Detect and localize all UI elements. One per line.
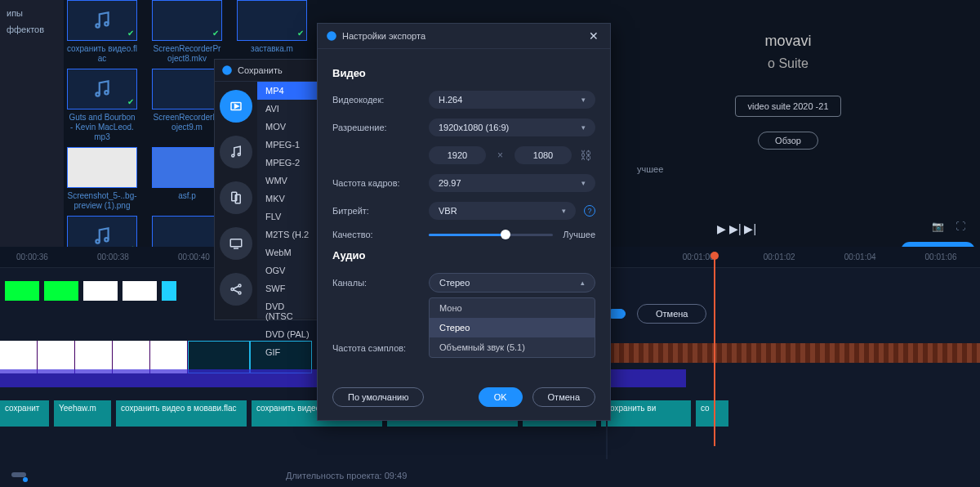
playhead[interactable] — [714, 257, 715, 446]
export-category-tabs — [215, 82, 257, 319]
audio-section-header: Аудио — [332, 249, 595, 261]
quality-slider[interactable] — [429, 234, 553, 236]
fps-select[interactable]: 29.97▾ — [429, 174, 595, 192]
output-path[interactable]: video suite 2020 -21 — [735, 96, 840, 117]
format-item[interactable]: MKV — [257, 190, 319, 208]
svg-point-9 — [232, 154, 234, 157]
video-tab[interactable] — [220, 90, 252, 123]
status-duration: Длительность проекта: 09:49 — [286, 471, 407, 480]
sidebar-label: ипы — [0, 5, 64, 21]
media-item[interactable]: ✔сохранить видео.flac — [67, 0, 137, 64]
svg-point-0 — [96, 24, 99, 27]
svg-point-2 — [96, 92, 99, 96]
channels-option[interactable]: Объемный звук (5.1) — [430, 337, 595, 357]
media-item[interactable]: Screenshot_5-..bg-preview (1).png — [67, 147, 137, 211]
timeline-quicknav[interactable] — [0, 275, 204, 307]
save-dialog-header: Сохранить — [215, 60, 319, 82]
format-item[interactable]: DVD (PAL) — [257, 325, 319, 343]
fps-label: Частота кадров: — [332, 178, 429, 188]
sidebar-label: ффектов — [0, 21, 64, 38]
ok-button[interactable]: OK — [479, 387, 523, 407]
devices-tab[interactable] — [220, 181, 252, 214]
svg-point-20 — [327, 31, 336, 41]
video-section-header: Видео — [332, 67, 595, 79]
browse-button[interactable]: Обзор — [758, 132, 818, 150]
check-icon: ✔ — [127, 29, 134, 38]
format-item[interactable]: M2TS (H.2 — [257, 226, 319, 244]
camera-icon[interactable]: 📷 — [932, 221, 944, 232]
media-item[interactable]: ✔ScreenRecorderProject8.mkv — [152, 0, 222, 64]
dialog-title: Настройки экспорта — [342, 31, 586, 41]
format-item[interactable]: WMV — [257, 172, 319, 190]
chevron-down-icon: ▾ — [581, 123, 586, 132]
music-icon — [91, 10, 113, 31]
times-icon: × — [497, 150, 503, 161]
format-item[interactable]: DVD (NTSC — [257, 297, 319, 325]
aspect-lock-icon[interactable]: ⛓ — [580, 149, 591, 162]
format-item[interactable]: WebM — [257, 244, 319, 261]
dialog-header: Настройки экспорта ✕ — [318, 24, 610, 49]
info-icon[interactable]: ? — [584, 205, 595, 217]
quality-label: Качество: — [332, 230, 429, 239]
format-item[interactable]: OGV — [257, 261, 319, 279]
media-item[interactable]: ✔Guts and Bourbon - Kevin MacLeod.mp3 — [67, 69, 137, 142]
height-input[interactable]: 1080 — [514, 146, 572, 164]
codec-label: Видеокодек: — [332, 95, 429, 105]
format-item[interactable]: FLV — [257, 208, 319, 226]
media-item[interactable]: ✔заставка.m — [237, 0, 307, 64]
media-item[interactable]: ScreenRecorderProject9.m — [152, 69, 222, 142]
close-icon[interactable]: ✕ — [586, 29, 602, 42]
cancel-button[interactable]: Отмена — [532, 387, 595, 407]
transport-controls[interactable]: ▶ ▶| ▶| — [717, 222, 756, 235]
svg-point-10 — [238, 154, 240, 156]
channels-option[interactable]: Моно — [430, 298, 595, 318]
svg-point-3 — [105, 91, 108, 94]
tv-tab[interactable] — [220, 227, 252, 260]
svg-point-17 — [238, 292, 241, 294]
media-item[interactable]: asf.p — [152, 147, 222, 211]
resolution-preset-select[interactable]: 1920x1080 (16:9)▾ — [429, 118, 595, 136]
svg-point-4 — [96, 239, 99, 243]
save-dialog: Сохранить MP4 AVI MOV MPEG-1 MPEG-2 WMV … — [214, 59, 320, 320]
preview-tools[interactable]: 📷 ⛶ — [932, 221, 965, 232]
codec-select[interactable]: H.264▾ — [429, 91, 595, 109]
svg-line-18 — [234, 286, 238, 288]
preview-panel: movavi o Suite video suite 2020 -21 Обзо… — [604, 33, 972, 174]
app-icon — [221, 65, 233, 76]
export-settings-dialog: Настройки экспорта ✕ Видео Видеокодек: H… — [317, 23, 611, 421]
width-input[interactable]: 1920 — [429, 146, 486, 164]
cancel-export-button[interactable]: Отмена — [637, 304, 706, 324]
format-item[interactable]: SWF — [257, 279, 319, 297]
resolution-label: Разрешение: — [332, 123, 429, 132]
format-item[interactable]: MPEG-1 — [257, 136, 319, 154]
svg-point-16 — [238, 284, 241, 287]
format-item[interactable]: MOV — [257, 118, 319, 136]
channels-dropdown-menu: Моно Стерео Объемный звук (5.1) — [429, 297, 595, 358]
bitrate-select[interactable]: VBR▾ — [429, 202, 576, 220]
channels-label: Каналы: — [332, 278, 429, 288]
format-item[interactable]: MP4 — [257, 82, 319, 100]
timeline-scrollbar[interactable] — [11, 472, 60, 477]
defaults-button[interactable]: По умолчанию — [332, 387, 424, 407]
format-list: MP4 AVI MOV MPEG-1 MPEG-2 WMV MKV FLV M2… — [257, 82, 319, 319]
channels-select[interactable]: Стерео ▴ — [429, 273, 595, 293]
chevron-down-icon: ▾ — [562, 207, 566, 215]
audio-tab[interactable] — [220, 136, 252, 168]
check-icon: ✔ — [297, 29, 304, 38]
fullscreen-icon[interactable]: ⛶ — [956, 221, 965, 232]
filmstrip[interactable] — [609, 343, 980, 363]
channels-option[interactable]: Стерео — [430, 318, 595, 337]
svg-point-5 — [105, 238, 108, 241]
format-item[interactable]: MPEG-2 — [257, 154, 319, 172]
share-tab[interactable] — [220, 273, 252, 306]
svg-rect-13 — [230, 239, 242, 247]
format-item[interactable]: GIF — [257, 343, 319, 361]
svg-marker-8 — [235, 105, 239, 109]
svg-point-15 — [231, 288, 234, 291]
format-item[interactable]: AVI — [257, 100, 319, 118]
music-icon — [91, 226, 113, 247]
slider-handle[interactable] — [501, 230, 510, 239]
chevron-up-icon: ▴ — [581, 279, 585, 287]
samplerate-label: Частота сэмплов: — [332, 343, 429, 353]
brand-name: movavi — [604, 33, 972, 50]
